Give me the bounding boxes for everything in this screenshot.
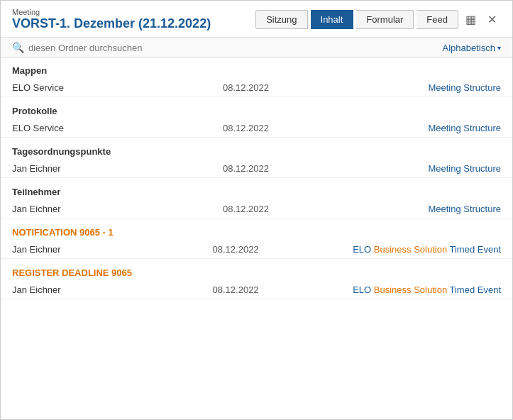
- section-header-notification: NOTIFICATION 9065 - 1: [1, 220, 512, 241]
- list-item[interactable]: ELO Service 08.12.2022 Meeting Structure: [1, 79, 512, 97]
- search-icon: 🔍: [12, 42, 24, 53]
- tab-inhalt[interactable]: Inhalt: [311, 10, 354, 29]
- section-tagesordnungspunkte: Tagesordnungspunkte Jan Eichner 08.12.20…: [1, 139, 512, 178]
- header-left: Meeting VORST-1. Dezember (21.12.2022): [12, 8, 211, 31]
- list-item[interactable]: Jan Eichner 08.12.2022 ELO Business Solu…: [1, 241, 512, 259]
- tag-highlight: Business Solution: [374, 284, 447, 295]
- search-input[interactable]: [28, 43, 227, 53]
- item-tag: ELO Business Solution Timed Event: [353, 244, 501, 255]
- section-mappen: Mappen ELO Service 08.12.2022 Meeting St…: [1, 58, 512, 97]
- section-header-mappen: Mappen: [1, 58, 512, 79]
- item-tag: ELO Business Solution Timed Event: [353, 284, 501, 295]
- section-protokolle: Protokolle ELO Service 08.12.2022 Meetin…: [1, 99, 512, 138]
- header-right: Sitzung Inhalt Formular Feed ▦ ✕: [255, 10, 501, 29]
- section-header-tagesordnungspunkte: Tagesordnungspunkte: [1, 139, 512, 160]
- item-tag: Meeting Structure: [373, 204, 501, 214]
- search-left: 🔍: [12, 42, 443, 53]
- page-title: VORST-1. Dezember (21.12.2022): [12, 16, 211, 31]
- item-date: 08.12.2022: [118, 123, 373, 133]
- section-header-teilnehmer: Teilnehmer: [1, 179, 512, 200]
- item-name: Jan Eichner: [12, 244, 118, 255]
- close-button[interactable]: ✕: [483, 10, 501, 29]
- tag-highlight: Business Solution: [374, 244, 447, 255]
- chevron-down-icon: ▾: [497, 44, 501, 52]
- item-date: 08.12.2022: [118, 204, 373, 214]
- section-register-deadline: REGISTER DEADLINE 9065 Jan Eichner 08.12…: [1, 260, 512, 299]
- grid-icon: ▦: [465, 13, 476, 26]
- tab-formular[interactable]: Formular: [356, 10, 414, 29]
- sort-label-text: Alphabetisch: [443, 43, 495, 53]
- item-name: ELO Service: [12, 123, 118, 133]
- item-name: Jan Eichner: [12, 163, 118, 174]
- item-name: Jan Eichner: [12, 204, 118, 214]
- item-date: 08.12.2022: [118, 82, 373, 93]
- content-area: Mappen ELO Service 08.12.2022 Meeting St…: [1, 58, 512, 392]
- meeting-label: Meeting: [12, 8, 211, 16]
- list-item[interactable]: Jan Eichner 08.12.2022 ELO Business Solu…: [1, 281, 512, 299]
- tab-sitzung[interactable]: Sitzung: [255, 10, 307, 29]
- sort-button[interactable]: Alphabetisch ▾: [443, 43, 501, 53]
- list-item[interactable]: ELO Service 08.12.2022 Meeting Structure: [1, 119, 512, 138]
- item-date: 08.12.2022: [118, 244, 353, 255]
- list-item[interactable]: Jan Eichner 08.12.2022 Meeting Structure: [1, 200, 512, 219]
- item-name: Jan Eichner: [12, 284, 118, 295]
- tab-feed[interactable]: Feed: [417, 10, 458, 29]
- item-tag: Meeting Structure: [373, 82, 501, 93]
- item-tag: Meeting Structure: [373, 123, 501, 133]
- header: Meeting VORST-1. Dezember (21.12.2022) S…: [1, 1, 512, 38]
- item-name: ELO Service: [12, 82, 118, 93]
- section-header-register-deadline: REGISTER DEADLINE 9065: [1, 260, 512, 281]
- section-header-protokolle: Protokolle: [1, 99, 512, 119]
- item-tag: Meeting Structure: [373, 163, 501, 174]
- search-bar: 🔍 Alphabetisch ▾: [1, 38, 512, 58]
- section-teilnehmer: Teilnehmer Jan Eichner 08.12.2022 Meetin…: [1, 179, 512, 219]
- list-item[interactable]: Jan Eichner 08.12.2022 Meeting Structure: [1, 160, 512, 178]
- close-icon: ✕: [487, 13, 497, 26]
- item-date: 08.12.2022: [118, 163, 373, 174]
- section-notification-9065: NOTIFICATION 9065 - 1 Jan Eichner 08.12.…: [1, 220, 512, 259]
- item-date: 08.12.2022: [118, 284, 353, 295]
- grid-icon-button[interactable]: ▦: [461, 10, 480, 29]
